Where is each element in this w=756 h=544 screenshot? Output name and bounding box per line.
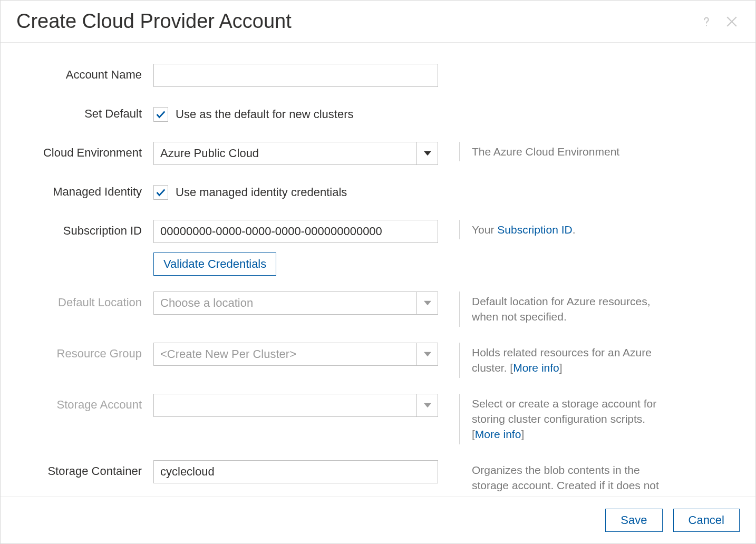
svg-marker-6 — [424, 403, 431, 407]
help-resource-group: Holds related resources for an Azure clu… — [459, 343, 670, 378]
label-cloud-env: Cloud Environment — [16, 142, 153, 160]
help-subscription-id: Your Subscription ID. — [459, 220, 670, 239]
storage-account-select[interactable] — [153, 394, 438, 417]
row-account-name: Account Name — [16, 64, 740, 87]
close-icon[interactable] — [724, 14, 740, 30]
chevron-down-icon — [416, 292, 438, 314]
subscription-id-input[interactable] — [153, 220, 438, 243]
subscription-id-link[interactable]: Subscription ID — [497, 224, 572, 236]
help-resource-group-suffix: ] — [559, 362, 563, 374]
label-storage-account: Storage Account — [16, 394, 153, 412]
managed-identity-checkbox[interactable] — [153, 185, 168, 200]
storage-account-more-info-link[interactable]: More info — [475, 428, 521, 440]
row-default-location: Default Location Choose a location Defau… — [16, 292, 740, 327]
help-subscription-prefix: Your — [472, 224, 497, 236]
storage-container-input[interactable] — [153, 460, 438, 483]
row-storage-account: Storage Account Select or create a stora… — [16, 394, 740, 444]
help-cloud-env: The Azure Cloud Environment — [459, 142, 670, 161]
set-default-checkbox[interactable] — [153, 107, 168, 122]
cloud-env-select[interactable]: Azure Public Cloud — [153, 142, 438, 165]
row-subscription-id: Subscription ID Your Subscription ID. — [16, 220, 740, 243]
default-location-select-value: Choose a location — [154, 292, 416, 314]
dialog-header: Create Cloud Provider Account — [1, 1, 755, 43]
row-storage-container: Storage Container Organizes the blob con… — [16, 460, 740, 497]
help-default-location: Default location for Azure resources, wh… — [459, 292, 670, 327]
resource-group-select-value: <Create New Per Cluster> — [154, 343, 416, 365]
help-storage-container: Organizes the blob contents in the stora… — [459, 460, 670, 497]
help-storage-account-suffix: ] — [521, 428, 524, 440]
label-resource-group: Resource Group — [16, 343, 153, 361]
row-cloud-env: Cloud Environment Azure Public Cloud The… — [16, 142, 740, 165]
row-resource-group: Resource Group <Create New Per Cluster> … — [16, 343, 740, 378]
cloud-env-select-value: Azure Public Cloud — [154, 142, 416, 164]
svg-marker-5 — [424, 352, 431, 356]
resource-group-more-info-link[interactable]: More info — [513, 362, 559, 374]
save-button[interactable]: Save — [605, 509, 662, 532]
label-default-location: Default Location — [16, 292, 153, 309]
chevron-down-icon — [416, 142, 438, 164]
account-name-input[interactable] — [153, 64, 438, 87]
dialog-header-icons — [699, 14, 740, 30]
dialog-body: Account Name Set Default Use as the defa… — [1, 43, 755, 497]
default-location-select[interactable]: Choose a location — [153, 292, 438, 315]
resource-group-select[interactable]: <Create New Per Cluster> — [153, 343, 438, 366]
svg-marker-3 — [424, 151, 431, 156]
validate-credentials-button[interactable]: Validate Credentials — [153, 252, 276, 276]
chevron-down-icon — [416, 394, 438, 416]
row-set-default: Set Default Use as the default for new c… — [16, 103, 740, 126]
help-icon[interactable] — [699, 14, 714, 30]
dialog: Create Cloud Provider Account Account Na… — [0, 0, 756, 544]
check-icon — [155, 187, 167, 198]
svg-point-0 — [706, 25, 707, 26]
set-default-checkbox-label: Use as the default for new clusters — [176, 108, 354, 121]
row-managed-identity: Managed Identity Use managed identity cr… — [16, 181, 740, 204]
dialog-title: Create Cloud Provider Account — [16, 10, 292, 33]
label-storage-container: Storage Container — [16, 460, 153, 478]
help-subscription-suffix: . — [573, 224, 576, 236]
label-account-name: Account Name — [16, 64, 153, 82]
label-set-default: Set Default — [16, 103, 153, 121]
managed-identity-checkbox-label: Use managed identity credentials — [176, 186, 347, 199]
check-icon — [155, 109, 167, 120]
label-subscription-id: Subscription ID — [16, 220, 153, 238]
cancel-button[interactable]: Cancel — [673, 509, 740, 532]
label-managed-identity: Managed Identity — [16, 181, 153, 199]
row-validate: Validate Credentials — [16, 252, 740, 276]
chevron-down-icon — [416, 343, 438, 365]
svg-marker-4 — [424, 301, 431, 305]
dialog-footer: Save Cancel — [1, 497, 755, 543]
storage-account-select-value — [154, 394, 416, 416]
help-storage-account: Select or create a storage account for s… — [459, 394, 670, 444]
